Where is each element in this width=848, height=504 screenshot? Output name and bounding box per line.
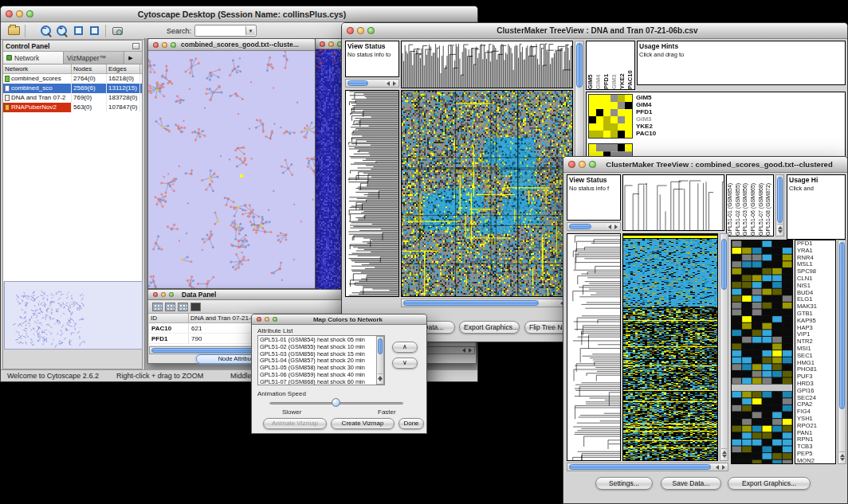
scrollbar-arrows-icon[interactable] [839,451,845,463]
array-label[interactable]: GPL51-01 (GSM854) [727,177,735,236]
array-label[interactable]: GPL51-08 (GSM872) [765,177,773,236]
close-button[interactable] [347,27,354,34]
float-panel-icon[interactable] [132,43,139,49]
delete-attribute-icon[interactable] [178,303,188,311]
zoom-button[interactable] [367,27,375,34]
scrollbar-arrows-icon[interactable] [385,80,398,86]
correlation-matrix-canvas[interactable] [588,94,633,139]
close-button[interactable] [153,292,158,297]
col-nodes[interactable]: Nodes [72,64,107,73]
cm1-status-hscrollbar[interactable] [345,79,399,88]
scrollbar-arrows-icon[interactable] [378,373,383,383]
column-label[interactable]: GIM4 [595,43,603,89]
gene-label[interactable]: PAC10 [636,130,656,137]
gene-label[interactable]: YKE2 [636,123,656,130]
column-label[interactable]: GIM3 [610,43,618,89]
scrollbar-thumb[interactable] [569,224,591,229]
save-data-button[interactable]: Save Data... [661,477,721,490]
slider-thumb[interactable] [332,398,340,407]
create-attribute-icon[interactable] [165,303,175,311]
gene-label[interactable]: GIM4 [636,101,656,108]
frame1-titlebar[interactable]: combined_scores_good.txt--cluste... [148,39,315,51]
cm1-hscrollbar[interactable] [401,299,573,307]
attribute-item[interactable]: GPL51-07 (GSM868) heat shock 60 min [260,379,384,385]
array-label[interactable]: GPL51-02 (GSM855) [735,177,743,236]
network-view-canvas[interactable] [148,51,315,288]
attribute-list[interactable]: GPL51-01 (GSM854) heat shock 05 minGPL51… [257,335,385,385]
attribute-item[interactable]: GPL51-06 (GSM859) heat shock 40 min [260,372,384,379]
minimize-button[interactable] [162,42,167,48]
settings-button[interactable]: Settings... [595,477,653,490]
tab-vizmapper[interactable]: VizMapper™ [64,52,124,64]
minimize-button[interactable] [579,161,586,168]
scrollbar-arrows-icon[interactable] [777,224,783,235]
minimize-button[interactable] [265,317,269,322]
scrollbar-arrows-icon[interactable] [607,224,619,229]
zoom-fit-icon[interactable] [86,23,102,38]
attribute-item[interactable]: GPL51-01 (GSM854) heat shock 05 min [260,337,384,344]
close-button[interactable] [568,161,575,168]
scrollbar-thumb[interactable] [378,338,383,354]
scrollbar-arrows-icon[interactable] [721,448,727,459]
cm2-hscrollbar[interactable] [567,463,728,471]
export-graphics-button[interactable]: Export Graphics... [728,477,811,490]
cm2-labels-scrollbar[interactable] [775,174,784,236]
close-button[interactable] [6,10,13,18]
column-dendrogram-canvas[interactable] [623,175,724,230]
scrollbar-thumb[interactable] [777,177,783,223]
network-table-row[interactable]: combined_sco 2569(6) 13112(15) [3,84,142,93]
close-button[interactable] [257,317,261,322]
zoom-in-icon[interactable]: + [54,23,70,38]
attribute-item[interactable]: GPL51-02 (GSM855) heat shock 10 min [260,344,384,351]
scrollbar-thumb[interactable] [569,464,711,470]
gene-label[interactable]: MON2 [797,458,835,464]
minimize-button[interactable] [328,41,334,47]
dialog-titlebar[interactable]: Map Colors to Network [252,315,426,325]
scrollbar-thumb[interactable] [576,43,583,88]
close-button[interactable] [153,42,159,48]
tab-network[interactable]: Network [3,52,64,64]
network-table-row[interactable]: RNAPuberNov2 563(0) 107847(0) [3,103,142,112]
col-network[interactable]: Network [3,64,72,73]
column-label[interactable]: YKE2 [618,43,626,89]
scrollbar-thumb[interactable] [839,242,845,409]
network-overview-canvas[interactable] [4,281,143,350]
search-combobox[interactable]: ▾ [194,25,257,37]
col-id[interactable]: ID [149,314,189,322]
scrollbar-arrows-icon[interactable] [714,464,727,470]
array-label[interactable]: GPL51-07 (GSM868) [758,177,766,236]
attribute-item[interactable]: GPL51-04 (GSM857) heat shock 20 min [260,357,384,365]
column-label[interactable]: PAC10 [626,43,634,89]
minimize-button[interactable] [16,10,23,18]
row-dendrogram-canvas[interactable] [567,234,620,460]
array-label[interactable]: GPL51-06 (GSM865) [750,177,758,236]
gene-label[interactable]: GIM3 [636,115,656,123]
column-label[interactable]: PFD1 [603,43,610,89]
close-button[interactable] [320,41,325,47]
minimize-button[interactable] [357,27,364,34]
col-edges[interactable]: Edges [107,64,140,73]
cm2-global-vscrollbar[interactable] [720,233,728,461]
network-table-row[interactable]: DNA and Tran 07-2 769(0) 183728(0) [3,93,142,103]
zoom-button[interactable] [273,317,277,322]
scrollbar-thumb[interactable] [403,300,539,306]
cm2-status-hscrollbar[interactable] [567,222,621,231]
global-heatmap-canvas[interactable] [623,234,717,460]
create-vizmap-button[interactable]: Create Vizmap [331,418,395,429]
snapshot-icon[interactable] [109,23,125,38]
animate-vizmap-button[interactable]: Animate Vizmap [263,418,327,429]
zoom-button[interactable] [589,161,596,168]
attribute-item[interactable]: GPL51-03 (GSM856) heat shock 15 min [260,351,384,358]
zoom-heatmap-canvas[interactable] [732,240,792,463]
zoom-out-icon[interactable]: − [38,23,54,38]
zoom-button[interactable] [26,10,33,18]
attribute-item[interactable]: GPL51-05 (GSM858) heat shock 30 min [260,365,384,372]
attribute-list-scrollbar[interactable] [376,336,384,385]
move-up-button[interactable]: ∧ [392,342,418,353]
scrollbar-thumb[interactable] [347,80,368,86]
row-dendrogram-canvas[interactable] [346,91,398,296]
array-label[interactable]: GPL51-03 (GSM856) [742,177,750,236]
attribute-batch-icon[interactable] [190,303,201,311]
scrollbar-arrows-icon[interactable] [461,348,473,353]
cm1-titlebar[interactable]: ClusterMaker TreeView : DNA and Tran 07-… [342,23,847,39]
